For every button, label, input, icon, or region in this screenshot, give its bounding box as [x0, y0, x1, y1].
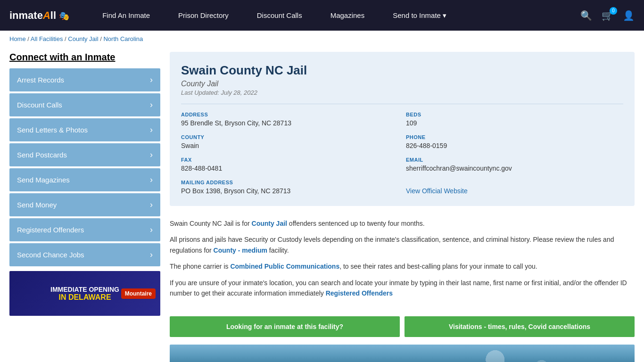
desc-p2: All prisons and jails have Security or C… — [170, 234, 635, 255]
search-icon[interactable]: 🔍 — [580, 10, 592, 21]
detail-website: View Official Website — [406, 180, 623, 195]
breadcrumb-north-carolina[interactable]: North Carolina — [103, 35, 143, 42]
action-buttons: Looking for an inmate at this facility? … — [170, 316, 635, 337]
detail-fax: FAX 828-488-0481 — [181, 157, 398, 172]
cart-icon[interactable]: 🛒 0 — [602, 10, 613, 21]
sidebar-item-send-letters[interactable]: Send Letters & Photos › — [9, 118, 160, 141]
arrow-icon: › — [150, 200, 153, 210]
breadcrumb-all-facilities[interactable]: All Facilities — [31, 35, 63, 42]
desc-p3: The phone carrier is Combined Public Com… — [170, 261, 635, 272]
arrow-icon: › — [150, 75, 153, 85]
facility-details: ADDRESS 95 Brendle St, Bryson City, NC 2… — [181, 104, 623, 195]
sidebar-menu: Arrest Records › Discount Calls › Send L… — [9, 68, 160, 266]
sidebar-item-send-magazines[interactable]: Send Magazines › — [9, 168, 160, 191]
facility-card: Swain County NC Jail County Jail Last Up… — [170, 52, 635, 206]
nav-prison-directory[interactable]: Prison Directory — [164, 0, 243, 31]
detail-email: EMAIL sherriffcochran@swaincountync.gov — [406, 157, 623, 172]
sidebar: Connect with an Inmate Arrest Records › … — [9, 52, 160, 362]
main-container: Connect with an Inmate Arrest Records › … — [0, 47, 644, 362]
breadcrumb-county-jail[interactable]: County Jail — [68, 35, 98, 42]
sidebar-item-discount-calls[interactable]: Discount Calls › — [9, 93, 160, 116]
ad-logo: Mountaire — [121, 288, 156, 299]
registered-offenders-link[interactable]: Registered Offenders — [326, 289, 393, 297]
sidebar-item-send-postcards[interactable]: Send Postcards › — [9, 143, 160, 166]
nav-links: Find An Inmate Prison Directory Discount… — [88, 0, 580, 31]
sidebar-item-second-chance-jobs[interactable]: Second Chance Jobs › — [9, 243, 160, 266]
detail-phone: PHONE 826-488-0159 — [406, 134, 623, 149]
site-logo[interactable]: inmateAll 🎭 — [9, 9, 69, 22]
nav-find-inmate[interactable]: Find An Inmate — [88, 0, 164, 31]
facility-name: Swain County NC Jail — [181, 63, 623, 78]
nav-send-to-inmate[interactable]: Send to Inmate ▾ — [379, 0, 461, 31]
arrow-icon: › — [150, 100, 153, 110]
arrow-icon: › — [150, 175, 153, 185]
detail-address: ADDRESS 95 Brendle St, Bryson City, NC 2… — [181, 112, 398, 127]
arrow-icon: › — [150, 150, 153, 160]
looking-for-inmate-button[interactable]: Looking for an inmate at this facility? — [170, 316, 400, 337]
aerial-overlay — [170, 345, 635, 362]
desc-p1: Swain County NC Jail is for County Jail … — [170, 218, 635, 229]
logo-text: inmateAll 🎭 — [9, 9, 69, 22]
facility-type: County Jail — [181, 80, 623, 88]
desc-p4: If you are unsure of your inmate's locat… — [170, 278, 635, 299]
cart-badge: 0 — [610, 7, 617, 15]
arrow-icon: › — [150, 250, 153, 260]
county-medium-link[interactable]: County - medium — [214, 247, 267, 254]
sidebar-advertisement[interactable]: IMMEDIATE OPENING IN DELAWARE Mountaire — [9, 271, 160, 316]
facility-updated: Last Updated: July 28, 2022 — [181, 89, 623, 96]
official-website-link[interactable]: View Official Website — [406, 187, 468, 195]
county-jail-link[interactable]: County Jail — [252, 220, 287, 227]
sidebar-item-send-money[interactable]: Send Money › — [9, 193, 160, 216]
sidebar-item-arrest-records[interactable]: Arrest Records › — [9, 68, 160, 91]
main-content: Swain County NC Jail County Jail Last Up… — [170, 52, 635, 362]
nav-magazines[interactable]: Magazines — [316, 0, 379, 31]
facility-description: Swain County NC Jail is for County Jail … — [170, 214, 635, 309]
sidebar-item-registered-offenders[interactable]: Registered Offenders › — [9, 218, 160, 241]
detail-mailing: MAILING ADDRESS PO Box 1398, Bryson City… — [181, 180, 398, 195]
nav-icon-group: 🔍 🛒 0 👤 — [580, 10, 635, 21]
facility-aerial-image — [170, 345, 635, 362]
breadcrumb-home[interactable]: Home — [9, 35, 26, 42]
sidebar-title: Connect with an Inmate — [9, 52, 160, 63]
arrow-icon: › — [150, 225, 153, 235]
visitations-button[interactable]: Visitations - times, rules, Covid cancel… — [405, 316, 635, 337]
detail-county: COUNTY Swain — [181, 134, 398, 149]
nav-discount-calls[interactable]: Discount Calls — [243, 0, 316, 31]
user-icon[interactable]: 👤 — [623, 10, 635, 21]
detail-beds: BEDS 109 — [406, 112, 623, 127]
navigation: inmateAll 🎭 Find An Inmate Prison Direct… — [0, 0, 644, 31]
arrow-icon: › — [150, 125, 153, 135]
breadcrumb: Home / All Facilities / County Jail / No… — [0, 31, 644, 47]
phone-carrier-link[interactable]: Combined Public Communications — [230, 263, 339, 270]
